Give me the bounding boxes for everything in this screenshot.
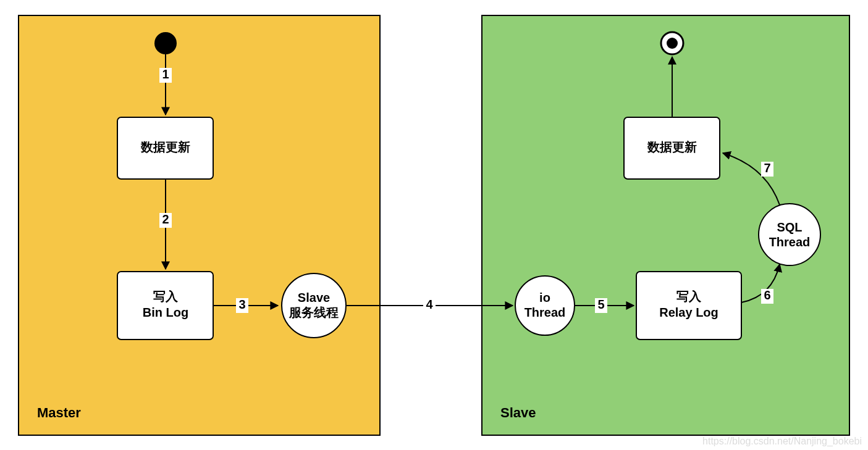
node-slave-service-thread-line2: 服务线程 bbox=[289, 306, 339, 319]
node-relay-log-line2: Relay Log bbox=[659, 306, 718, 319]
node-sql-thread-line2: Thread bbox=[769, 235, 811, 249]
slave-label: Slave bbox=[500, 405, 536, 420]
node-io-thread-line2: Thread bbox=[525, 306, 566, 319]
master-container bbox=[19, 15, 380, 435]
node-binlog-line2: Bin Log bbox=[143, 306, 188, 319]
node-relay-log-line1: 写入 bbox=[676, 290, 702, 303]
node-binlog-line1: 写入 bbox=[153, 290, 179, 303]
edge-1-label: 1 bbox=[162, 67, 169, 81]
edge-7-label: 7 bbox=[764, 161, 770, 175]
watermark-text: https://blog.csdn.net/Nanjing_bokebi bbox=[702, 436, 862, 447]
node-slave-service-thread-line1: Slave bbox=[298, 291, 330, 304]
edge-2-label: 2 bbox=[162, 212, 169, 226]
edge-3-label: 3 bbox=[238, 298, 245, 311]
edge-4-label: 4 bbox=[426, 298, 433, 311]
master-label: Master bbox=[37, 405, 81, 420]
node-slave-update-text: 数据更新 bbox=[647, 140, 697, 154]
start-node-icon bbox=[154, 32, 177, 54]
edge-6-label: 6 bbox=[764, 288, 770, 302]
node-io-thread-line1: io bbox=[539, 291, 550, 304]
node-sql-thread-line1: SQL bbox=[777, 220, 802, 234]
end-node-inner-icon bbox=[667, 38, 678, 49]
node-master-update-text: 数据更新 bbox=[140, 140, 190, 154]
node-sql-thread bbox=[759, 204, 820, 265]
edge-5-label: 5 bbox=[597, 298, 604, 311]
